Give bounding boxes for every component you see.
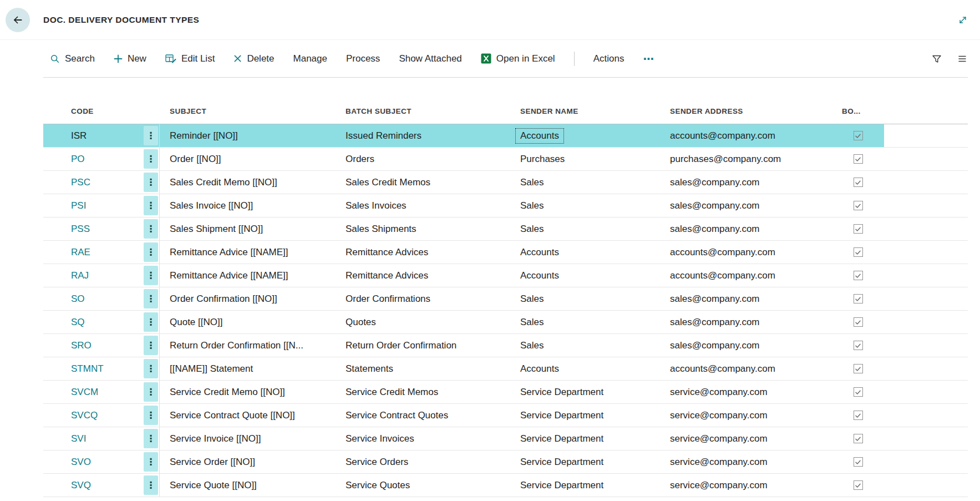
bo-cell[interactable] [832,124,884,147]
table-row[interactable]: RAE ⋮ Remittance Advice [[NAME]] Remitta… [43,241,968,264]
bo-cell[interactable] [832,171,884,194]
code-link[interactable]: STMNT [71,363,104,375]
bo-checkbox[interactable] [854,364,863,373]
subject-cell[interactable]: Sales Invoice [[NO]] [160,194,336,217]
row-menu-button[interactable]: ⋮ [144,126,158,145]
code-cell[interactable]: SO ⋮ [43,287,160,310]
sender-address-cell[interactable]: service@company.com [660,427,832,450]
row-menu-button[interactable]: ⋮ [144,382,158,402]
code-cell[interactable]: PO ⋮ [43,148,160,170]
code-link[interactable]: SVO [71,457,91,468]
batch-subject-cell[interactable]: Quotes [336,311,510,333]
batch-subject-cell[interactable]: Service Quotes [336,474,510,497]
code-link[interactable]: PSS [71,224,90,235]
table-row[interactable]: SQ ⋮ Quote [[NO]] Quotes Sales sales@com… [43,311,968,334]
bo-checkbox[interactable] [854,457,863,467]
new-button[interactable]: New [114,53,146,64]
bo-cell[interactable] [832,311,884,333]
sender-name-cell[interactable]: Sales [510,334,660,357]
bo-checkbox[interactable] [854,247,863,257]
batch-subject-cell[interactable]: Return Order Confirmation [336,334,510,357]
row-menu-button[interactable]: ⋮ [144,429,158,448]
bo-cell[interactable] [832,194,884,217]
code-cell[interactable]: PSI ⋮ [43,194,160,217]
bo-checkbox[interactable] [854,341,863,350]
batch-subject-cell[interactable]: Service Invoices [336,427,510,450]
table-row[interactable]: SVO ⋮ Service Order [[NO]] Service Order… [43,451,968,474]
sender-address-cell[interactable]: sales@company.com [660,194,832,217]
table-row[interactable]: SO ⋮ Order Confirmation [[NO]] Order Con… [43,287,968,311]
subject-cell[interactable]: Remittance Advice [[NAME]] [160,241,336,264]
bo-cell[interactable] [832,334,884,357]
code-link[interactable]: RAE [71,247,90,258]
bo-cell[interactable] [832,357,884,380]
code-link[interactable]: PO [71,154,85,165]
table-row[interactable]: SRO ⋮ Return Order Confirmation [[N... R… [43,334,968,357]
bo-cell[interactable] [832,427,884,450]
sender-address-cell[interactable]: sales@company.com [660,311,832,333]
subject-cell[interactable]: Service Order [[NO]] [160,451,336,473]
sender-name-cell[interactable]: Service Department [510,451,660,473]
filter-button[interactable] [931,53,942,64]
code-cell[interactable]: PSC ⋮ [43,171,160,194]
subject-cell[interactable]: Sales Credit Memo [[NO]] [160,171,336,194]
bo-cell[interactable] [832,404,884,427]
sender-name-cell[interactable]: Purchases [510,148,660,170]
bo-cell[interactable] [832,381,884,403]
code-link[interactable]: PSC [71,177,90,188]
row-menu-button[interactable]: ⋮ [144,242,158,262]
sender-address-cell[interactable]: sales@company.com [660,217,832,240]
bo-checkbox[interactable] [854,411,863,420]
collapse-button[interactable] [958,15,968,25]
row-menu-button[interactable]: ⋮ [144,266,158,285]
table-row[interactable]: SVCQ ⋮ Service Contract Quote [[NO]] Ser… [43,404,968,427]
row-menu-button[interactable]: ⋮ [144,452,158,472]
code-link[interactable]: SVCM [71,387,98,398]
batch-subject-cell[interactable]: Orders [336,148,510,170]
batch-subject-cell[interactable]: Order Confirmations [336,287,510,310]
table-row[interactable]: ISR ⋮ Reminder [[NO]] Issued Reminders A… [43,124,968,148]
bo-checkbox[interactable] [854,154,863,164]
bo-checkbox[interactable] [854,387,863,397]
subject-cell[interactable]: Order [[NO]] [160,148,336,170]
sender-address-cell[interactable]: service@company.com [660,451,832,473]
code-cell[interactable]: SVCQ ⋮ [43,404,160,427]
sender-name-cell[interactable]: Sales [510,287,660,310]
column-header-bo[interactable]: BO... [832,107,884,115]
row-menu-button[interactable]: ⋮ [144,173,158,192]
sender-address-cell[interactable]: sales@company.com [660,171,832,194]
sender-name-cell[interactable]: Accounts [510,124,660,147]
table-row[interactable]: PO ⋮ Order [[NO]] Orders Purchases purch… [43,148,968,171]
sender-name-cell[interactable]: Accounts [510,241,660,264]
sender-address-cell[interactable]: accounts@company.com [660,124,832,147]
subject-cell[interactable]: Sales Shipment [[NO]] [160,217,336,240]
batch-subject-cell[interactable]: Sales Credit Memos [336,171,510,194]
batch-subject-cell[interactable]: Remittance Advices [336,264,510,287]
sender-address-cell[interactable]: service@company.com [660,381,832,403]
bo-cell[interactable] [832,474,884,497]
sender-address-cell[interactable]: accounts@company.com [660,264,832,287]
subject-cell[interactable]: Quote [[NO]] [160,311,336,333]
row-menu-button[interactable]: ⋮ [144,359,158,378]
open-in-excel-button[interactable]: Open in Excel [481,53,555,64]
row-menu-button[interactable]: ⋮ [144,312,158,332]
sender-address-cell[interactable]: sales@company.com [660,334,832,357]
column-header-sender-address[interactable]: SENDER ADDRESS [660,107,832,115]
batch-subject-cell[interactable]: Service Orders [336,451,510,473]
code-cell[interactable]: SVI ⋮ [43,427,160,450]
row-menu-button[interactable]: ⋮ [144,475,158,495]
row-menu-button[interactable]: ⋮ [144,406,158,425]
sender-name-cell[interactable]: Service Department [510,427,660,450]
subject-cell[interactable]: [[NAME]] Statement [160,357,336,380]
bo-checkbox[interactable] [854,131,863,140]
row-menu-button[interactable]: ⋮ [144,289,158,308]
sender-name-cell[interactable]: Accounts [510,264,660,287]
table-row[interactable]: SVCM ⋮ Service Credit Memo [[NO]] Servic… [43,381,968,404]
sender-name-cell[interactable]: Sales [510,171,660,194]
sender-address-cell[interactable]: accounts@company.com [660,357,832,380]
bo-checkbox[interactable] [854,480,863,490]
subject-cell[interactable]: Reminder [[NO]] [160,124,336,147]
manage-button[interactable]: Manage [293,53,327,64]
sender-name-cell[interactable]: Sales [510,194,660,217]
bo-cell[interactable] [832,451,884,473]
